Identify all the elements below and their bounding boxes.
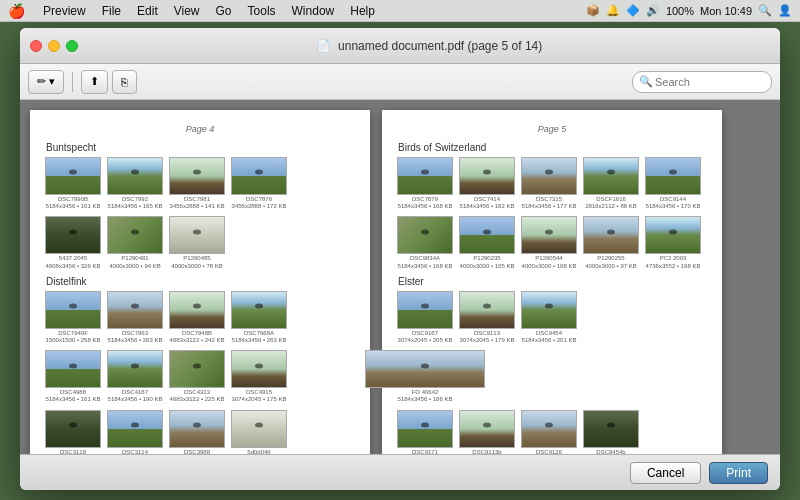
menubar-right: 📦 🔔 🔷 🔊 100% Mon 10:49 🔍 👤 [586, 4, 792, 17]
thumb-item[interactable]: DSC91133074x2045 • 179 KB [458, 291, 516, 344]
bluetooth-icon: 🔷 [626, 4, 640, 17]
thumb-item[interactable]: DSC49153074x2045 • 175 KB [230, 350, 288, 403]
thumb-image [169, 410, 225, 448]
thumb-item[interactable]: DSC91713074x2045 • 208 KB [396, 410, 454, 455]
thumb-item[interactable]: DSC79813456x2888 • 141 KB [168, 157, 226, 210]
thumb-item[interactable]: DSC43134683x3122 • 225 KB [168, 350, 226, 403]
pdf-container[interactable]: Page 4 Buntspecht DSC7990B5184x3456 • 16… [20, 100, 780, 454]
edit-button[interactable]: ✏ ▾ [28, 70, 64, 94]
traffic-lights [30, 40, 78, 52]
bottom-bar: Cancel Print [20, 454, 780, 490]
thumb-item[interactable]: DSC79635184x3456 • 263 KB [106, 291, 164, 344]
menu-file[interactable]: File [94, 2, 129, 20]
distelfink-grid: DSC7940F1500x1500 • 258 KB DSC79635184x3… [44, 291, 356, 344]
thumb-item[interactable]: DSC39885184x3456 • 140 KB [168, 410, 226, 455]
thumb-item[interactable]: 5437 20454608x3456 • 326 KB [44, 216, 102, 269]
thumb-item[interactable]: DSC41675184x3456 • 190 KB [106, 350, 164, 403]
window-title: 📄 unnamed document.pdf (page 5 of 14) [88, 39, 770, 53]
thumb-item[interactable]: DSC9454b5184x3456 • 201 KB [582, 410, 640, 455]
thumb-item[interactable]: DSC91673074x2045 • 205 KB [396, 291, 454, 344]
thumb-item[interactable]: DSC7940F1500x1500 • 258 KB [44, 291, 102, 344]
thumb-image [231, 291, 287, 329]
thumb-item[interactable]: P12902354000x3000 • 105 KB [458, 216, 516, 269]
clock: Mon 10:49 [700, 5, 752, 17]
print-button[interactable]: Print [709, 462, 768, 484]
thumb-image [583, 216, 639, 254]
search-input[interactable] [632, 71, 772, 93]
thumb-item[interactable]: DSC91445184x3456 • 170 KB [644, 157, 702, 210]
thumb-image [169, 216, 225, 254]
menu-preview[interactable]: Preview [35, 2, 94, 20]
thumb-item[interactable]: P12905444000x3000 • 108 KB [520, 216, 578, 269]
toolbar: ✏ ▾ ⬆ ⎘ 🔍 [20, 64, 780, 100]
thumb-item[interactable]: DSC31185184x3456 • 137 KB [44, 410, 102, 455]
thumb-image [107, 291, 163, 329]
thumb-item[interactable]: DSC91263074x2045 • 178 KB [520, 410, 578, 455]
thumb-image [459, 216, 515, 254]
menu-view[interactable]: View [166, 2, 208, 20]
magnifier-icon[interactable]: 🔍 [758, 4, 772, 17]
menubar-items: Preview File Edit View Go Tools Window H… [35, 2, 383, 20]
buntspecht-grid2: 5437 20454608x3456 • 326 KB P12904814000… [44, 216, 356, 269]
thumb-item[interactable]: DSCF16162816x2112 • 88 KB [582, 157, 640, 210]
thumb-image [107, 157, 163, 195]
thumb-item[interactable]: DSC78763456x2888 • 172 KB [230, 157, 288, 210]
thumb-item[interactable]: 5d0d0465184x3456 • 148 KB [230, 410, 288, 455]
share-button[interactable]: ⬆ [81, 70, 108, 94]
menu-edit[interactable]: Edit [129, 2, 166, 20]
pdf-page-5: Page 5 Birds of Switzerland DSC78795184x… [382, 110, 722, 454]
thumb-item[interactable]: DSC7948B4683x3122 • 242 KB [168, 291, 226, 344]
main-content: Page 4 Buntspecht DSC7990B5184x3456 • 16… [20, 100, 780, 454]
thumb-image [169, 157, 225, 195]
share-icon: ⬆ [90, 75, 99, 88]
thumb-image [231, 410, 287, 448]
thumb-image [397, 216, 453, 254]
page-5-label: Page 5 [396, 124, 708, 134]
thumb-item[interactable]: DSC9113b3074x2045 • 195 KB [458, 410, 516, 455]
maximize-button[interactable] [66, 40, 78, 52]
section-buntspecht: Buntspecht [44, 142, 356, 153]
menu-go[interactable]: Go [208, 2, 240, 20]
thumb-image [397, 157, 453, 195]
close-button[interactable] [30, 40, 42, 52]
thumb-item[interactable]: DSC94545184x3456 • 201 KB [520, 291, 578, 344]
copy-icon: ⎘ [121, 76, 128, 88]
menu-window[interactable]: Window [284, 2, 343, 20]
thumb-image [645, 157, 701, 195]
section-elster: Elster [396, 276, 708, 287]
thumb-item[interactable]: P12904854000x3000 • 78 KB [168, 216, 226, 269]
thumb-item[interactable]: DSC74145184x3456 • 162 KB [458, 157, 516, 210]
cancel-button[interactable]: Cancel [630, 462, 701, 484]
thumb-image [107, 350, 163, 388]
thumb-item[interactable]: DSC9834A5184x3456 • 168 KB [396, 216, 454, 269]
menu-tools[interactable]: Tools [240, 2, 284, 20]
thumb-image [521, 291, 577, 329]
thumb-image [45, 216, 101, 254]
thumb-image [521, 410, 577, 448]
thumb-item[interactable]: DSC7968A5184x3456 • 263 KB [230, 291, 288, 344]
thumb-item[interactable]: DSC78795184x3456 • 168 KB [396, 157, 454, 210]
thumb-image [45, 350, 101, 388]
copy-button[interactable]: ⎘ [112, 70, 137, 94]
thumb-item[interactable]: DSC73155184x3456 • 177 KB [520, 157, 578, 210]
thumb-item[interactable]: DSC7990B5184x3456 • 161 KB [44, 157, 102, 210]
minimize-button[interactable] [48, 40, 60, 52]
thumb-item[interactable]: DSC49885184x3456 • 161 KB [44, 350, 102, 403]
thumb-image [397, 291, 453, 329]
menu-help[interactable]: Help [342, 2, 383, 20]
elster-grid2: FO 406425184x3456 • 186 KB [396, 350, 708, 403]
page-4-label: Page 4 [44, 124, 356, 134]
section-birds-switzerland: Birds of Switzerland [396, 142, 708, 153]
thumb-item[interactable]: PC2 20034736x3552 • 198 KB [644, 216, 702, 269]
pdf-page-4: Page 4 Buntspecht DSC7990B5184x3456 • 16… [30, 110, 370, 454]
document-title: unnamed document.pdf (page 5 of 14) [338, 39, 542, 53]
distelfink-grid2: DSC49885184x3456 • 161 KB DSC41675184x34… [44, 350, 356, 403]
volume-icon: 🔊 [646, 4, 660, 17]
thumb-item[interactable]: P12904814000x3000 • 94 KB [106, 216, 164, 269]
notification-icon: 🔔 [606, 4, 620, 17]
thumb-item[interactable]: P12902554000x3000 • 97 KB [582, 216, 640, 269]
thumb-item[interactable]: DSC79925184x3456 • 165 KB [106, 157, 164, 210]
thumb-item[interactable]: FO 406425184x3456 • 186 KB [396, 350, 454, 403]
thumb-item[interactable]: DSC31144683x3122 • 140 KB [106, 410, 164, 455]
apple-menu[interactable]: 🍎 [8, 3, 25, 19]
